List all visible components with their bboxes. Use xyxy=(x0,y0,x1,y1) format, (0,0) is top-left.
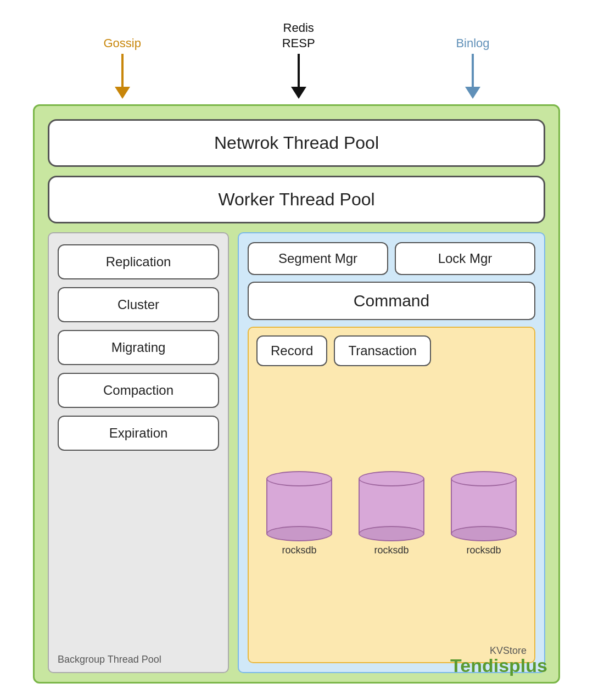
redis-resp-arrow-container: Redis RESP xyxy=(282,20,315,99)
cylinder-bottom-1 xyxy=(266,526,332,541)
gossip-arrow-container: Gossip xyxy=(103,36,141,99)
cylinder-bottom-2 xyxy=(359,526,424,541)
cylinder-bottom-3 xyxy=(451,526,517,541)
rocksdb-cylinder-1: rocksdb xyxy=(266,471,332,556)
network-thread-pool-label: Netwrok Thread Pool xyxy=(214,133,379,153)
managers-row: Segment Mgr Lock Mgr xyxy=(248,242,535,275)
binlog-arrow-line xyxy=(465,54,480,99)
record-box: Record xyxy=(256,335,327,366)
background-thread-pool-label: Backgroup Thread Pool xyxy=(58,654,161,665)
rocksdb-label-2: rocksdb xyxy=(374,545,409,556)
compaction-item: Compaction xyxy=(58,373,219,408)
worker-thread-pool-label: Worker Thread Pool xyxy=(218,189,374,209)
rocksdb-row: rocksdb rocksdb xyxy=(256,373,527,654)
replication-item: Replication xyxy=(58,244,219,279)
tendisplus-label: Tendisplus xyxy=(450,655,547,676)
command-box: Command xyxy=(248,282,535,320)
gossip-label: Gossip xyxy=(103,36,141,52)
redis-resp-label: Redis RESP xyxy=(282,20,315,52)
left-panel: Replication Cluster Migrating Compaction… xyxy=(48,232,229,673)
rocksdb-label-3: rocksdb xyxy=(466,545,501,556)
top-arrows-section: Gossip Redis RESP Binlog xyxy=(33,16,560,104)
cylinder-top-3 xyxy=(451,471,517,486)
redis-resp-arrow-line xyxy=(291,54,306,99)
rocksdb-cylinder-2: rocksdb xyxy=(359,471,424,556)
main-box: Netwrok Thread Pool Worker Thread Pool R… xyxy=(33,104,560,684)
cylinder-body-1 xyxy=(266,479,332,534)
segment-mgr-box: Segment Mgr xyxy=(248,242,388,275)
transaction-box: Transaction xyxy=(334,335,431,366)
cylinder-top-2 xyxy=(359,471,424,486)
cylinder-body-2 xyxy=(359,479,424,534)
migrating-item: Migrating xyxy=(58,330,219,365)
page-container: Gossip Redis RESP Binlog Net xyxy=(0,0,593,700)
worker-thread-pool-box: Worker Thread Pool xyxy=(48,176,545,223)
cylinder-body-3 xyxy=(451,479,517,534)
gossip-arrow-line xyxy=(115,54,130,99)
cylinder-3 xyxy=(451,471,517,541)
bottom-section: Replication Cluster Migrating Compaction… xyxy=(48,232,545,673)
cylinder-top-1 xyxy=(266,471,332,486)
network-thread-pool-box: Netwrok Thread Pool xyxy=(48,119,545,167)
binlog-label: Binlog xyxy=(456,36,489,52)
record-transaction-row: Record Transaction xyxy=(256,335,527,366)
kvstore-box: Record Transaction xyxy=(248,327,535,663)
cluster-item: Cluster xyxy=(58,287,219,322)
cylinder-2 xyxy=(359,471,424,541)
expiration-item: Expiration xyxy=(58,416,219,451)
lock-mgr-box: Lock Mgr xyxy=(395,242,535,275)
rocksdb-label-1: rocksdb xyxy=(282,545,316,556)
cylinder-1 xyxy=(266,471,332,541)
right-panel: Segment Mgr Lock Mgr Command Record xyxy=(238,232,545,673)
rocksdb-cylinder-3: rocksdb xyxy=(451,471,517,556)
binlog-arrow-container: Binlog xyxy=(456,36,489,99)
